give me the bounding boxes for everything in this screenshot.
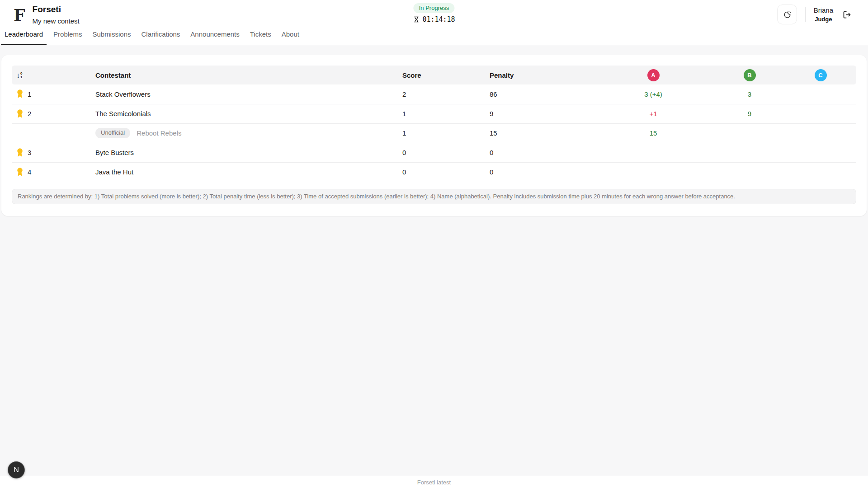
problem-badge-a[interactable]: A bbox=[647, 69, 660, 81]
tab-announcements[interactable]: Announcements bbox=[187, 30, 243, 45]
contest-titles: Forseti My new contest bbox=[33, 5, 80, 25]
rank-number: 2 bbox=[28, 110, 31, 117]
medal-icon bbox=[16, 89, 24, 99]
problem-cell-b bbox=[701, 123, 798, 143]
leaderboard-row: Unofficial Reboot Rebels 1 15 15 bbox=[12, 123, 856, 143]
contest-subtitle: My new contest bbox=[33, 17, 80, 25]
problem-cell-a: 3 (+4) bbox=[606, 84, 701, 104]
leaderboard-row: 3 Byte Busters 0 0 bbox=[12, 143, 856, 162]
medal-icon bbox=[16, 109, 24, 119]
score-cell: 1 bbox=[402, 123, 490, 143]
tab-clarifications[interactable]: Clarifications bbox=[137, 30, 184, 45]
nav-tabs: LeaderboardProblemsSubmissionsClarificat… bbox=[1, 27, 303, 45]
problem-cell-c bbox=[798, 84, 856, 104]
contest-title: Forseti bbox=[33, 5, 80, 14]
penalty-cell: 86 bbox=[490, 84, 606, 104]
timer-value: 01:14:18 bbox=[422, 15, 455, 23]
problem-cell-c bbox=[798, 104, 856, 123]
contestant-name: The Semicolonials bbox=[95, 110, 151, 117]
tab-submissions[interactable]: Submissions bbox=[89, 30, 134, 45]
problem-cell-a bbox=[606, 162, 701, 182]
problem-cell-a bbox=[606, 143, 701, 162]
app-footer: Forseti latest bbox=[0, 476, 868, 488]
footer-version: Forseti latest bbox=[417, 479, 451, 486]
penalty-cell: 0 bbox=[490, 162, 606, 182]
leaderboard-header-row: ↓01 Contestant Score Penalty A B C bbox=[12, 66, 856, 84]
user-role: Judge bbox=[814, 16, 833, 23]
contestant-name: Java the Hut bbox=[95, 168, 133, 176]
logout-button[interactable] bbox=[840, 8, 854, 21]
medal-icon bbox=[16, 148, 24, 158]
problem-badge-b[interactable]: B bbox=[744, 69, 756, 81]
problem-cell-b bbox=[701, 143, 798, 162]
score-cell: 0 bbox=[402, 162, 490, 182]
penalty-cell: 15 bbox=[490, 123, 606, 143]
score-cell: 2 bbox=[402, 84, 490, 104]
score-cell: 0 bbox=[402, 143, 490, 162]
tab-problems[interactable]: Problems bbox=[50, 30, 85, 45]
ranking-note: Rankings are determined by: 1) Total pro… bbox=[12, 189, 856, 204]
leaderboard-row: 2 The Semicolonials 1 9 +1 9 bbox=[12, 104, 856, 123]
column-score: Score bbox=[402, 66, 490, 84]
app-header: F Forseti My new contest In Progress 01:… bbox=[0, 0, 868, 45]
problem-cell-c bbox=[798, 123, 856, 143]
problem-cell-b: 3 bbox=[701, 84, 798, 104]
contestant-name: Stack Overflowers bbox=[95, 90, 151, 98]
score-cell: 1 bbox=[402, 104, 490, 123]
tab-leaderboard[interactable]: Leaderboard bbox=[1, 30, 47, 45]
status-badge: In Progress bbox=[414, 3, 454, 13]
penalty-cell: 0 bbox=[490, 143, 606, 162]
contest-status: In Progress 01:14:18 bbox=[413, 3, 455, 23]
column-penalty: Penalty bbox=[490, 66, 606, 84]
rank-number: 1 bbox=[28, 90, 31, 98]
medal-icon bbox=[16, 167, 24, 177]
main-content: ↓01 Contestant Score Penalty A B C bbox=[0, 45, 868, 216]
contest-timer: 01:14:18 bbox=[413, 15, 455, 23]
header-divider bbox=[805, 7, 806, 22]
nextjs-dev-button[interactable]: N bbox=[8, 461, 25, 479]
brand: F Forseti My new contest bbox=[14, 5, 80, 25]
auto-theme-icon bbox=[783, 10, 792, 19]
hourglass-icon bbox=[413, 16, 420, 23]
leaderboard-row: 4 Java the Hut 0 0 bbox=[12, 162, 856, 182]
problem-cell-a: 15 bbox=[606, 123, 701, 143]
column-contestant: Contestant bbox=[95, 66, 402, 84]
leaderboard-table: ↓01 Contestant Score Penalty A B C bbox=[12, 66, 856, 182]
unofficial-badge: Unofficial bbox=[95, 128, 130, 138]
rank-number: 3 bbox=[28, 149, 31, 156]
rank-number: 4 bbox=[28, 168, 31, 176]
problem-cell-c bbox=[798, 162, 856, 182]
sort-rank-icon[interactable]: ↓01 bbox=[16, 72, 22, 79]
leaderboard-row: 1 Stack Overflowers 2 86 3 (+4) 3 bbox=[12, 84, 856, 104]
contestant-name: Reboot Rebels bbox=[137, 129, 181, 137]
problem-cell-c bbox=[798, 143, 856, 162]
app-logo[interactable]: F bbox=[14, 6, 25, 23]
contestant-name: Byte Busters bbox=[95, 149, 134, 156]
logout-icon bbox=[842, 10, 852, 19]
penalty-cell: 9 bbox=[490, 104, 606, 123]
problem-badge-c[interactable]: C bbox=[815, 69, 827, 81]
user-name: Briana bbox=[814, 6, 833, 14]
problem-cell-b bbox=[701, 162, 798, 182]
theme-toggle-button[interactable] bbox=[777, 5, 797, 24]
user-area: Briana Judge bbox=[777, 0, 854, 29]
problem-cell-a: +1 bbox=[606, 104, 701, 123]
tab-tickets[interactable]: Tickets bbox=[246, 30, 275, 45]
leaderboard-card: ↓01 Contestant Score Penalty A B C bbox=[1, 55, 867, 216]
tab-about[interactable]: About bbox=[278, 30, 303, 45]
problem-cell-b: 9 bbox=[701, 104, 798, 123]
user-info: Briana Judge bbox=[814, 6, 833, 23]
